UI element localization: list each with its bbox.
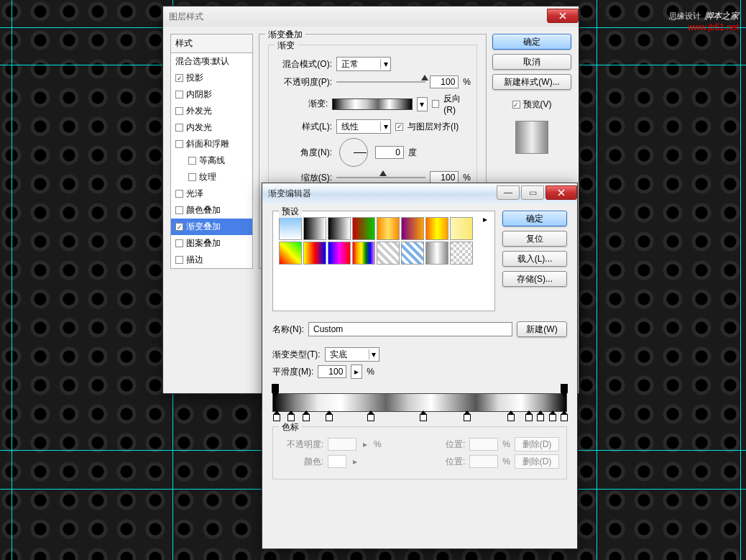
stops-title: 色标 <box>279 421 302 433</box>
style-select[interactable]: 线性▾ <box>336 119 391 134</box>
style-checkbox[interactable] <box>175 107 183 115</box>
percent: % <box>502 439 510 449</box>
style-label: 样式(L): <box>275 121 332 133</box>
style-item[interactable]: 内发光 <box>171 119 252 136</box>
smoothness-dropdown[interactable]: ▸ <box>351 364 362 379</box>
style-checkbox[interactable] <box>175 256 183 264</box>
preset-swatch[interactable] <box>401 217 424 240</box>
style-label: 等高线 <box>199 155 225 167</box>
style-item[interactable]: 图案叠加 <box>171 235 252 252</box>
preset-swatch[interactable] <box>352 242 375 265</box>
save-button[interactable]: 存储(S)... <box>502 271 567 287</box>
preset-swatch[interactable] <box>303 242 326 265</box>
blend-options-item[interactable]: 混合选项:默认 <box>171 53 252 70</box>
preview-checkbox[interactable] <box>512 101 520 109</box>
style-checkbox[interactable] <box>175 206 183 214</box>
scale-slider[interactable] <box>336 177 425 178</box>
style-checkbox[interactable] <box>175 190 183 198</box>
style-checkbox[interactable] <box>188 173 196 181</box>
percent: % <box>463 77 471 87</box>
style-checkbox[interactable] <box>175 124 183 132</box>
style-checkbox[interactable] <box>175 239 183 247</box>
gradient-bar[interactable] <box>272 393 567 412</box>
preset-swatch[interactable] <box>279 217 302 240</box>
reverse-checkbox[interactable] <box>432 100 439 108</box>
opacity-input[interactable]: 100 <box>430 75 459 88</box>
color-stop[interactable] <box>287 414 295 421</box>
style-checkbox[interactable] <box>175 74 183 82</box>
new-button[interactable]: 新建(W) <box>517 321 567 337</box>
preset-swatch[interactable] <box>377 217 400 240</box>
guide-line <box>11 0 12 560</box>
ok-button[interactable]: 确定 <box>502 211 567 226</box>
angle-dial[interactable] <box>339 138 368 167</box>
style-item[interactable]: 光泽 <box>171 185 252 202</box>
style-item[interactable]: 内阴影 <box>171 86 252 103</box>
close-button[interactable] <box>547 9 579 23</box>
smoothness-label: 平滑度(M): <box>272 366 313 378</box>
preset-swatch[interactable] <box>425 242 448 265</box>
style-item[interactable]: 渐变叠加 <box>171 219 252 235</box>
preset-swatch[interactable] <box>450 217 473 240</box>
opacity-stop[interactable] <box>272 384 279 393</box>
preset-swatch[interactable] <box>279 242 302 265</box>
preset-swatch[interactable] <box>328 242 351 265</box>
style-item[interactable]: 等高线 <box>171 152 252 169</box>
titlebar[interactable]: 图层样式 <box>163 6 579 27</box>
color-stop[interactable] <box>507 414 515 421</box>
style-checkbox[interactable] <box>175 140 183 148</box>
style-checkbox[interactable] <box>175 91 183 98</box>
color-stop[interactable] <box>549 414 556 421</box>
style-item[interactable]: 投影 <box>171 70 252 86</box>
style-checkbox[interactable] <box>175 223 183 231</box>
new-style-button[interactable]: 新建样式(W)... <box>492 74 571 90</box>
preset-swatch[interactable] <box>377 242 400 265</box>
color-stop[interactable] <box>303 414 310 421</box>
maximize-button[interactable]: ▭ <box>521 185 544 200</box>
color-stop[interactable] <box>561 414 568 421</box>
blend-mode-select[interactable]: 正常▾ <box>336 57 391 71</box>
gradient-swatch[interactable] <box>332 98 413 110</box>
preset-swatch[interactable] <box>450 242 473 265</box>
preset-swatch[interactable] <box>425 217 448 240</box>
style-checkbox[interactable] <box>188 157 196 165</box>
reset-button[interactable]: 复位 <box>502 231 567 247</box>
gradient-dropdown[interactable]: ▾ <box>417 97 428 111</box>
dialog-title: 图层样式 <box>169 11 203 23</box>
style-item[interactable]: 颜色叠加 <box>171 202 252 219</box>
color-stop[interactable] <box>464 414 471 421</box>
opacity-stop[interactable] <box>561 384 568 393</box>
stop-color-swatch <box>328 455 346 468</box>
preview-label: 预览(V) <box>523 98 552 111</box>
style-item[interactable]: 外发光 <box>171 103 252 119</box>
preset-swatch[interactable] <box>401 242 424 265</box>
color-stop[interactable] <box>525 414 533 421</box>
preset-swatch[interactable] <box>328 217 351 240</box>
color-stop[interactable] <box>326 414 333 421</box>
minimize-button[interactable]: ― <box>497 185 520 200</box>
angle-input[interactable]: 0 <box>375 146 404 159</box>
color-stop[interactable] <box>367 414 374 421</box>
load-button[interactable]: 载入(L)... <box>502 251 567 267</box>
ok-button[interactable]: 确定 <box>492 34 571 50</box>
styles-header: 样式 <box>171 35 252 53</box>
opacity-slider[interactable] <box>336 81 425 83</box>
style-item[interactable]: 纹理 <box>171 169 252 185</box>
name-input[interactable]: Custom <box>308 322 512 336</box>
presets-menu-icon[interactable]: ▸ <box>483 214 492 223</box>
close-button[interactable] <box>545 185 577 200</box>
color-stop[interactable] <box>537 414 544 421</box>
cancel-button[interactable]: 取消 <box>492 54 571 70</box>
color-stop[interactable] <box>273 414 280 421</box>
preset-swatch[interactable] <box>303 217 326 240</box>
align-checkbox[interactable] <box>395 123 403 131</box>
color-stop[interactable] <box>420 414 427 421</box>
gradient-type-select[interactable]: 实底▾ <box>325 347 379 362</box>
guide-line <box>740 0 741 560</box>
preset-swatch[interactable] <box>352 217 375 240</box>
titlebar[interactable]: 渐变编辑器 ― ▭ <box>262 183 577 203</box>
style-item[interactable]: 描边 <box>171 252 252 268</box>
preview-swatch <box>515 121 548 154</box>
style-item[interactable]: 斜面和浮雕 <box>171 136 252 152</box>
smoothness-input[interactable]: 100 <box>318 365 346 378</box>
